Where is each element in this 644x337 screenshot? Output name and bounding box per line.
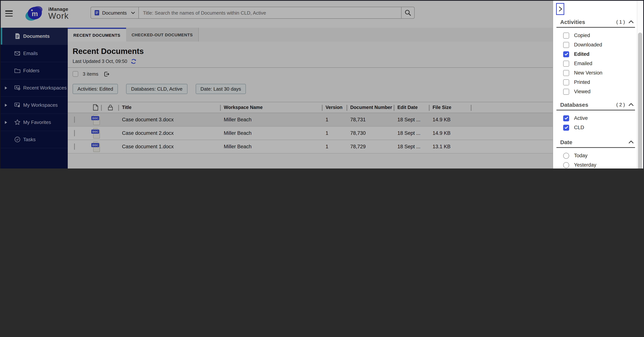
brand-name: iManage bbox=[48, 7, 69, 12]
sidebar-item-label: Recent Workspaces bbox=[23, 85, 66, 91]
chevron-up-icon[interactable] bbox=[628, 103, 634, 106]
cell-edit-date: 18 Sept ... bbox=[394, 144, 430, 149]
filter-chip-activities[interactable]: Activities: Edited bbox=[72, 84, 118, 94]
filter-option[interactable]: Viewed bbox=[556, 87, 635, 96]
filter-option[interactable]: Downloaded bbox=[556, 40, 635, 50]
radio-button[interactable] bbox=[563, 162, 569, 168]
page-title: Recent Documents bbox=[72, 47, 554, 56]
column-header-title[interactable]: Title bbox=[119, 102, 221, 113]
column-header-workspace-name[interactable]: Workspace Name bbox=[221, 102, 322, 113]
filter-option[interactable]: Edited bbox=[556, 50, 635, 59]
section-header[interactable]: Databases ( 2 ) bbox=[556, 102, 635, 111]
sidebar-item-tasks[interactable]: Tasks bbox=[1, 131, 68, 148]
list-toolbar: 3 items bbox=[68, 68, 554, 80]
cell-workspace: Miller Beach bbox=[221, 130, 322, 136]
section-header[interactable]: Activities ( 1 ) bbox=[556, 19, 635, 28]
column-header-document-number[interactable]: Document Number bbox=[347, 102, 394, 113]
filter-option[interactable]: Emailed bbox=[556, 59, 635, 68]
select-all-checkbox[interactable] bbox=[72, 71, 78, 77]
filter-chip-date[interactable]: Date: Last 30 days bbox=[196, 84, 246, 94]
search-button[interactable] bbox=[401, 7, 414, 18]
cell-title: Case document 3.docx bbox=[119, 117, 221, 122]
cell-workspace: Miller Beach bbox=[221, 117, 322, 122]
sidebar-item-my-workspaces[interactable]: My Workspaces bbox=[1, 97, 68, 114]
filter-option[interactable]: Active bbox=[556, 113, 635, 123]
filter-option[interactable]: New Version bbox=[556, 68, 635, 78]
filter-option[interactable]: Yesterday bbox=[556, 160, 635, 169]
sidebar-item-label: My Workspaces bbox=[23, 102, 58, 108]
document-icon bbox=[94, 10, 100, 16]
search-icon bbox=[404, 9, 411, 16]
column-header-version[interactable]: Version bbox=[322, 102, 347, 113]
cell-version: 1 bbox=[322, 144, 347, 149]
cell-file-size: 13.1 KB bbox=[430, 144, 472, 149]
row-checkbox[interactable] bbox=[74, 130, 75, 136]
tab-checked-out-documents[interactable]: CHECKED-OUT DOCUMENTS bbox=[126, 28, 199, 42]
row-checkbox[interactable] bbox=[74, 116, 75, 123]
table-row[interactable]: DOC Case document 2.docx Miller Beach 1 … bbox=[68, 127, 554, 140]
checkbox-checked[interactable] bbox=[563, 115, 569, 121]
table-row[interactable]: DOC Case document 3.docx Miller Beach 1 … bbox=[68, 113, 554, 127]
search-scope-dropdown[interactable]: Documents bbox=[91, 7, 139, 18]
search-input[interactable] bbox=[139, 7, 401, 18]
section-header[interactable]: Date bbox=[556, 139, 635, 148]
filter-chip-databases[interactable]: Databases: CLD, Active bbox=[126, 84, 188, 94]
filter-option[interactable]: Copied bbox=[556, 31, 635, 40]
cell-title: Case document 2.docx bbox=[119, 130, 221, 136]
checkbox[interactable] bbox=[563, 79, 569, 85]
checkbox-checked[interactable] bbox=[563, 125, 569, 131]
column-header-edit-date[interactable]: Edit Date bbox=[394, 102, 430, 113]
filter-option[interactable]: CLD bbox=[556, 123, 635, 132]
cell-edit-date: 18 Sept ... bbox=[394, 117, 430, 122]
filter-option[interactable]: Today bbox=[556, 151, 635, 160]
table-header-row: Title Workspace Name Version Document Nu… bbox=[68, 102, 554, 113]
sidebar-item-recent-workspaces[interactable]: Recent Workspaces bbox=[1, 79, 68, 97]
radio-button[interactable] bbox=[563, 153, 569, 159]
chevron-up-icon[interactable] bbox=[628, 20, 634, 24]
cell-edit-date: 18 Sept ... bbox=[394, 130, 430, 136]
checkbox[interactable] bbox=[563, 32, 569, 38]
items-count: 3 items bbox=[83, 71, 98, 77]
cell-file-size: 14.9 KB bbox=[430, 130, 472, 136]
tab-recent-documents[interactable]: RECENT DOCUMENTS bbox=[68, 28, 126, 42]
panel-scrollbar[interactable] bbox=[637, 1, 643, 169]
scrollbar-thumb[interactable] bbox=[638, 33, 642, 169]
sidebar-item-emails[interactable]: Emails bbox=[1, 45, 68, 62]
checkbox[interactable] bbox=[563, 89, 569, 95]
imanage-work-logo: m iManage Work bbox=[25, 5, 69, 22]
table-row[interactable]: DOC Case document 1.docx Miller Beach 1 … bbox=[68, 140, 554, 154]
row-checkbox[interactable] bbox=[74, 143, 75, 150]
email-icon bbox=[14, 50, 21, 57]
expand-caret-icon[interactable] bbox=[5, 86, 7, 89]
main-content: Recent Documents Last Updated 3 Oct, 09:… bbox=[68, 42, 554, 169]
checkbox[interactable] bbox=[563, 70, 569, 76]
chevron-up-icon[interactable] bbox=[628, 140, 634, 144]
word-document-icon: DOC bbox=[91, 114, 100, 125]
sidebar-item-my-favorites[interactable]: My Favorites bbox=[1, 114, 68, 131]
word-document-icon: DOC bbox=[91, 128, 100, 138]
checkbox[interactable] bbox=[563, 42, 569, 48]
sidebar-item-documents[interactable]: Documents bbox=[1, 28, 68, 45]
filter-section-date: Date Today Yesterday Last 7 days Last 30… bbox=[556, 139, 635, 169]
imanage-logo-mark-icon: m bbox=[25, 5, 45, 22]
hamburger-menu-icon[interactable] bbox=[5, 11, 13, 17]
left-navigation-sidebar: Documents Emails Folders bbox=[1, 28, 68, 169]
expand-caret-icon[interactable] bbox=[5, 121, 7, 124]
sidebar-item-label: Tasks bbox=[23, 137, 36, 142]
checkbox-checked[interactable] bbox=[563, 51, 569, 57]
global-search-bar: Documents bbox=[90, 7, 414, 19]
panel-collapse-button[interactable] bbox=[556, 3, 564, 15]
sidebar-item-folders[interactable]: Folders bbox=[1, 62, 68, 79]
refresh-icon[interactable] bbox=[130, 58, 136, 64]
search-scope-label: Documents bbox=[102, 10, 128, 16]
documents-table: Title Workspace Name Version Document Nu… bbox=[68, 102, 554, 154]
filter-option[interactable]: Printed bbox=[556, 78, 635, 87]
export-icon[interactable] bbox=[103, 70, 110, 78]
cell-title: Case document 1.docx bbox=[119, 144, 221, 149]
chevron-down-icon bbox=[131, 12, 135, 14]
expand-caret-icon[interactable] bbox=[5, 104, 7, 107]
cell-document-number: 78,731 bbox=[347, 117, 394, 122]
cell-version: 1 bbox=[322, 130, 347, 136]
column-header-file-size[interactable]: File Size bbox=[430, 102, 472, 113]
checkbox[interactable] bbox=[563, 61, 569, 67]
